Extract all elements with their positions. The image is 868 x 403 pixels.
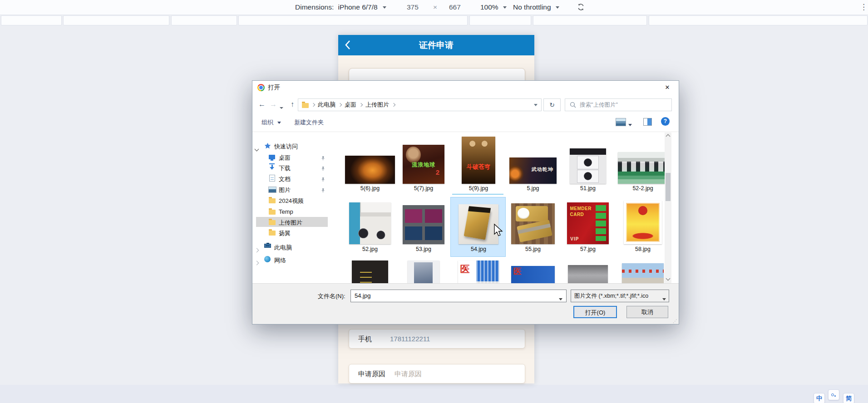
refresh-button[interactable]: ↻: [543, 98, 561, 111]
throttling-value: No throttling: [513, 3, 551, 11]
thumb-art: [577, 156, 599, 169]
sidebar-label: 桌面: [279, 154, 291, 162]
nav-back-button[interactable]: ←: [256, 97, 268, 112]
view-mode-icon[interactable]: [616, 118, 626, 126]
filetype-select[interactable]: 图片文件 (*.xbm;*.tif;*.jfif;*.ico: [571, 290, 669, 302]
breadcrumb-desktop[interactable]: 桌面: [345, 101, 356, 109]
zoom-selector[interactable]: 100%: [480, 0, 507, 15]
preview-pane-icon[interactable]: [643, 118, 652, 126]
file-label[interactable]: 55.jpg: [508, 246, 558, 252]
sidebar-item-downloads[interactable]: 下载: [252, 163, 341, 173]
file-label[interactable]: 5(7).jpg: [398, 185, 449, 192]
sidebar-item-documents[interactable]: 文档: [252, 174, 341, 184]
file-label[interactable]: 57.jpg: [562, 246, 613, 252]
scrollbar[interactable]: [665, 133, 671, 283]
strip-segment: [1, 15, 62, 25]
file-item-57-jpg[interactable]: MEMDERCARD VIP: [562, 200, 613, 244]
thumb-text: 医: [513, 266, 522, 277]
breadcrumb-this-pc[interactable]: 此电脑: [318, 101, 335, 109]
nav-history-dropdown[interactable]: [280, 103, 283, 112]
expand-arrow-icon[interactable]: [255, 144, 258, 152]
throttling-selector[interactable]: No throttling: [513, 0, 559, 15]
file-item-5-6-jpg[interactable]: [345, 135, 395, 184]
rotate-viewport-button[interactable]: [577, 3, 585, 12]
scroll-up-icon[interactable]: [666, 134, 671, 139]
viewport-height-field[interactable]: 667: [449, 0, 461, 15]
organize-menu[interactable]: 组织: [261, 114, 281, 131]
chevron-down-icon: [662, 295, 666, 303]
file-label[interactable]: 52.jpg: [345, 246, 395, 252]
file-item-5-9-jpg[interactable]: 斗破苍穹: [453, 135, 504, 184]
thumb-text: 武动乾坤: [532, 166, 553, 173]
pictures-icon: [268, 187, 276, 193]
focus-underline: [452, 194, 503, 195]
filetype-value: 图片文件 (*.xbm;*.tif;*.jfif;*.ico: [574, 290, 648, 302]
nav-forward-button[interactable]: →: [268, 97, 279, 112]
search-box[interactable]: 搜索"上传图片": [565, 98, 672, 111]
sidebar-item-2024-videos[interactable]: 2024视频: [252, 196, 341, 206]
ime-chinese-button[interactable]: 中: [814, 393, 825, 403]
ime-tray: 中 简: [812, 389, 868, 403]
viewport-width-field[interactable]: 375: [407, 0, 419, 15]
file-label[interactable]: 52-2.jpg: [617, 185, 665, 192]
file-item-53-jpg[interactable]: [398, 200, 449, 244]
thumb-art: [403, 205, 444, 244]
thumb-art: [356, 263, 383, 283]
file-item-5-7-jpg[interactable]: 流浪地球 2: [398, 135, 449, 184]
expand-arrow-icon[interactable]: [255, 258, 258, 266]
file-item-54-jpg-selected[interactable]: [453, 200, 504, 244]
filename-input[interactable]: 54.jpg: [350, 290, 567, 302]
view-mode-dropdown[interactable]: [628, 121, 632, 129]
sidebar-item-quick-access[interactable]: 快速访问: [252, 141, 341, 151]
breadcrumb-upload-images[interactable]: 上传图片: [365, 101, 389, 109]
nav-up-button[interactable]: ↑: [287, 97, 298, 112]
sidebar-item-desktop[interactable]: 桌面: [252, 152, 341, 162]
file-item-partial[interactable]: 医: [453, 260, 504, 283]
help-icon[interactable]: ?: [661, 117, 670, 126]
file-label-selected[interactable]: 54.jpg: [453, 246, 504, 252]
phone-field[interactable]: 手机 17811122211: [349, 329, 525, 349]
thumb-art: [352, 260, 388, 283]
file-item-58-jpg[interactable]: [617, 200, 665, 244]
thumb-art: 医: [458, 260, 499, 283]
file-label[interactable]: 51.jpg: [562, 185, 613, 192]
reason-field[interactable]: 申请原因 申请原因: [349, 364, 525, 383]
file-item-5-jpg[interactable]: 武动乾坤: [508, 135, 558, 184]
file-item-52-jpg[interactable]: [345, 200, 395, 244]
sidebar-item-pictures[interactable]: 图片: [252, 185, 341, 195]
file-item-55-jpg[interactable]: [508, 200, 558, 244]
file-label[interactable]: 53.jpg: [398, 246, 449, 252]
file-label[interactable]: 5(9).jpg: [453, 185, 504, 192]
open-button[interactable]: 打开(O): [573, 306, 617, 318]
device-selector[interactable]: Dimensions: iPhone 6/7/8: [295, 0, 386, 15]
sidebar-label: 上传图片: [279, 219, 302, 227]
ime-simplified-button[interactable]: 简: [843, 393, 854, 403]
file-item-partial[interactable]: [617, 263, 665, 283]
breadcrumb[interactable]: 此电脑 桌面 上传图片: [298, 98, 542, 111]
file-item-partial[interactable]: [562, 265, 613, 283]
file-item-partial[interactable]: [345, 260, 395, 283]
file-label[interactable]: 5.jpg: [508, 185, 558, 192]
scroll-down-icon[interactable]: [666, 276, 671, 281]
address-dropdown[interactable]: [534, 101, 538, 109]
file-item-51-jpg[interactable]: [562, 135, 613, 184]
resize-grip-icon[interactable]: ⋰: [673, 319, 677, 324]
file-item-partial[interactable]: [398, 260, 449, 283]
back-button[interactable]: [345, 40, 350, 52]
file-label[interactable]: 5(6).jpg: [345, 185, 395, 192]
file-label[interactable]: 58.jpg: [617, 246, 665, 252]
scrollbar-thumb[interactable]: [666, 173, 671, 201]
cancel-button[interactable]: 取消: [626, 306, 668, 318]
sidebar-item-temp[interactable]: Temp: [252, 207, 341, 217]
file-item-partial[interactable]: 医: [508, 266, 558, 283]
sidebar-item-network[interactable]: 网络: [252, 255, 341, 265]
file-item-52-2-jpg[interactable]: [617, 135, 665, 184]
new-folder-button[interactable]: 新建文件夹: [294, 114, 324, 131]
sidebar-item-this-pc[interactable]: 此电脑: [252, 242, 341, 252]
close-icon[interactable]: ✕: [661, 81, 673, 94]
sidebar-item-upload-images[interactable]: 上传图片: [252, 217, 341, 227]
ime-tools-icon[interactable]: [828, 389, 839, 400]
expand-arrow-icon[interactable]: [255, 246, 258, 254]
kebab-menu-icon[interactable]: ⋮: [860, 0, 868, 15]
sidebar-item-yangyi[interactable]: 扬翼: [252, 228, 341, 238]
